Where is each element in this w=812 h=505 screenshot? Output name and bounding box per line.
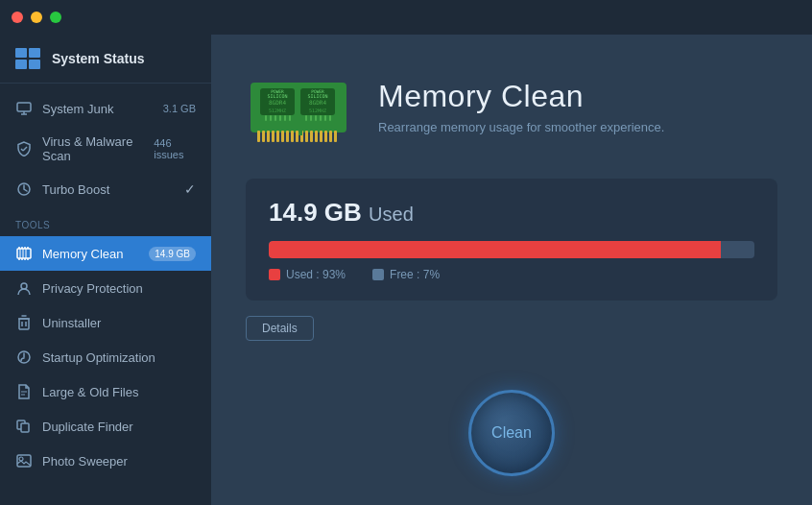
system-junk-value: 3.1 GB — [163, 103, 196, 114]
sidebar-item-virus-malware[interactable]: Virus & Malware Scan 446 issues — [0, 126, 211, 172]
memory-usage-display: 14.9 GB Used — [269, 198, 754, 228]
svg-rect-71 — [299, 131, 302, 135]
duplicate-finder-label: Duplicate Finder — [42, 420, 133, 434]
svg-rect-58 — [276, 131, 279, 142]
main-content: 8GDR4 512MHZ 8GDR4 512MHZ SILICON POWER … — [211, 0, 812, 505]
svg-rect-49 — [310, 115, 312, 121]
svg-text:512MHZ: 512MHZ — [309, 108, 326, 113]
startup-optimization-label: Startup Optimization — [42, 350, 155, 365]
photo-sweeper-label: Photo Sweeper — [42, 454, 128, 469]
svg-text:8GDR4: 8GDR4 — [269, 99, 286, 106]
legend-used-label: Used : 93% — [286, 268, 346, 281]
turbo-boost-label: Turbo Boost — [42, 182, 109, 197]
sidebar-item-duplicate-finder[interactable]: Duplicate Finder — [0, 409, 211, 444]
monitor-icon — [15, 100, 33, 117]
svg-text:8GDR4: 8GDR4 — [309, 99, 326, 106]
photo-icon — [15, 452, 33, 469]
svg-rect-44 — [275, 115, 276, 121]
svg-rect-28 — [21, 423, 29, 432]
svg-rect-70 — [334, 131, 337, 142]
svg-text:SILICON: SILICON — [307, 93, 327, 99]
svg-rect-29 — [17, 455, 31, 467]
sidebar-item-uninstaller[interactable]: Uninstaller — [0, 305, 211, 340]
memory-clean-label: Memory Clean — [42, 247, 124, 261]
svg-text:POWER: POWER — [271, 89, 284, 94]
files-icon — [15, 383, 33, 400]
sidebar-item-memory-clean[interactable]: Memory Clean 14.9 GB — [0, 236, 211, 271]
sidebar-item-large-old-files[interactable]: Large & Old Files — [0, 374, 211, 409]
svg-rect-48 — [305, 115, 307, 121]
virus-malware-value: 446 issues — [154, 137, 196, 160]
tools-section-label: Tools — [0, 206, 211, 236]
privacy-icon — [15, 279, 33, 297]
memory-gb-value: 14.9 GB — [269, 198, 362, 227]
svg-text:POWER: POWER — [311, 89, 324, 94]
minimize-button[interactable] — [31, 12, 42, 23]
sidebar-item-photo-sweeper[interactable]: Photo Sweeper — [0, 444, 211, 478]
memory-progress-bar — [269, 241, 754, 258]
main-nav: System Junk 3.1 GB Virus & Malware Scan … — [0, 91, 211, 206]
svg-rect-47 — [289, 115, 291, 121]
turbo-boost-check: ✓ — [184, 181, 196, 197]
memory-clean-badge: 14.9 GB — [149, 247, 196, 261]
page-header-text: Memory Clean Rearrange memory usage for … — [378, 79, 664, 134]
details-button[interactable]: Details — [246, 316, 314, 341]
svg-rect-60 — [286, 131, 289, 142]
svg-rect-62 — [296, 131, 299, 142]
stats-card: 14.9 GB Used Used : 93% Free : 7% — [246, 179, 777, 301]
svg-text:SILICON: SILICON — [267, 93, 287, 99]
svg-rect-46 — [284, 115, 286, 121]
svg-text:512MHZ: 512MHZ — [269, 108, 286, 113]
svg-rect-55 — [262, 131, 265, 142]
svg-rect-51 — [320, 115, 322, 121]
svg-rect-64 — [305, 131, 308, 142]
legend-used-dot — [269, 269, 280, 280]
shield-scan-icon — [15, 140, 33, 157]
uninstaller-label: Uninstaller — [42, 316, 101, 330]
ram-graphic: 8GDR4 512MHZ 8GDR4 512MHZ SILICON POWER … — [246, 63, 351, 150]
legend-free: Free : 7% — [372, 268, 440, 281]
titlebar — [0, 0, 812, 35]
startup-icon — [15, 349, 33, 366]
svg-rect-52 — [324, 115, 326, 121]
legend-used: Used : 93% — [269, 268, 346, 281]
sidebar-item-startup-optimization[interactable]: Startup Optimization — [0, 340, 211, 374]
app-logo-icon — [15, 48, 42, 69]
tools-nav: Memory Clean 14.9 GB Privacy Protection — [0, 236, 211, 478]
legend-free-label: Free : 7% — [390, 268, 440, 281]
svg-rect-53 — [329, 115, 331, 121]
maximize-button[interactable] — [50, 12, 61, 23]
privacy-protection-label: Privacy Protection — [42, 281, 143, 296]
svg-rect-65 — [310, 131, 313, 142]
memory-icon — [15, 245, 33, 262]
close-button[interactable] — [12, 12, 23, 23]
progress-legend: Used : 93% Free : 7% — [269, 268, 754, 281]
sidebar: System Status System Junk 3.1 GB — [0, 0, 211, 505]
svg-point-18 — [21, 283, 27, 289]
memory-used-fill — [269, 241, 721, 258]
system-junk-label: System Junk — [42, 102, 113, 116]
sidebar-item-privacy-protection[interactable]: Privacy Protection — [0, 271, 211, 305]
svg-rect-68 — [324, 131, 327, 142]
page-subtitle: Rearrange memory usage for smoother expe… — [378, 120, 664, 134]
virus-malware-label: Virus & Malware Scan — [42, 134, 144, 163]
sidebar-item-turbo-boost[interactable]: Turbo Boost ✓ — [0, 172, 211, 206]
clean-button[interactable]: Clean — [468, 390, 555, 476]
legend-free-dot — [372, 269, 384, 280]
svg-line-4 — [23, 147, 27, 151]
sidebar-title: System Status — [52, 51, 144, 66]
svg-rect-59 — [281, 131, 284, 142]
svg-rect-61 — [291, 131, 294, 142]
sidebar-item-system-junk[interactable]: System Junk 3.1 GB — [0, 91, 211, 126]
svg-rect-66 — [315, 131, 318, 142]
svg-rect-69 — [329, 131, 332, 142]
svg-rect-0 — [17, 103, 31, 111]
svg-rect-67 — [320, 131, 322, 142]
clean-btn-area: Clean — [246, 360, 777, 486]
svg-rect-45 — [279, 115, 281, 121]
page-header: 8GDR4 512MHZ 8GDR4 512MHZ SILICON POWER … — [246, 63, 777, 150]
duplicate-icon — [15, 418, 33, 435]
svg-rect-56 — [267, 131, 270, 142]
page-title: Memory Clean — [378, 79, 664, 114]
svg-rect-19 — [19, 319, 29, 329]
